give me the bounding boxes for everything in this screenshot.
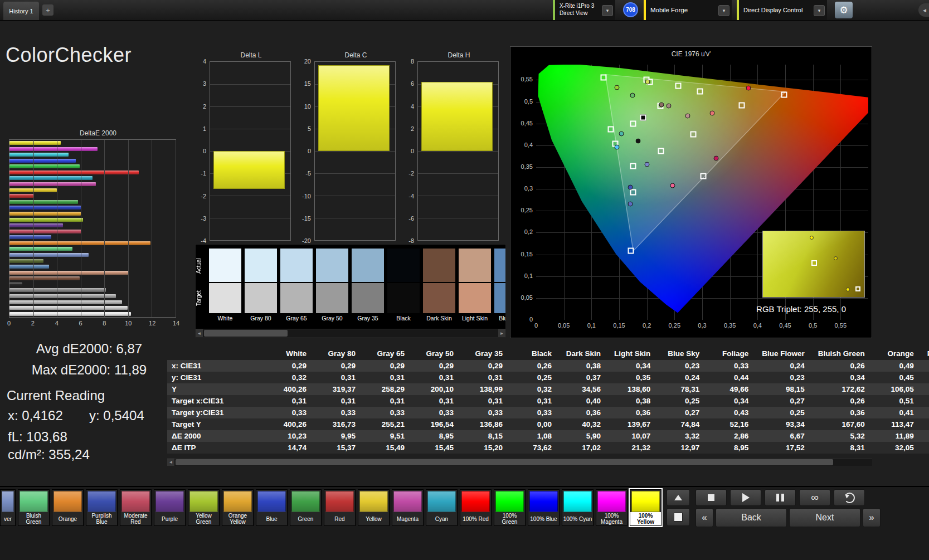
patch-label: Yellow Green <box>188 512 219 525</box>
y-tick: -2 <box>189 193 206 199</box>
patch-button-100-cyan[interactable]: 100% Cyan <box>562 489 594 526</box>
x-tick: 0,55 <box>835 322 847 329</box>
row-label: Target x:CIE31 <box>167 395 264 407</box>
back-button[interactable]: Back <box>716 508 787 527</box>
source-dropdown[interactable]: Mobile Forge ▾ <box>644 0 732 20</box>
current-patch-inset <box>762 231 865 298</box>
scroll-right-icon[interactable]: ► <box>498 329 505 337</box>
inset-dot <box>846 288 850 291</box>
target-marker <box>700 173 706 179</box>
add-tab-button[interactable]: + <box>42 4 53 16</box>
cell: 21,32 <box>607 442 657 454</box>
cell: 0,25 <box>755 407 811 418</box>
target-marker <box>658 148 664 154</box>
patch-button-blue[interactable]: Blue <box>256 489 288 526</box>
play-button[interactable] <box>730 489 761 506</box>
scroll-left-icon[interactable]: ◄ <box>167 459 174 466</box>
measured-marker <box>619 132 624 137</box>
stop-button[interactable] <box>695 489 727 506</box>
patch-button-purplish-blue[interactable]: Purplish Blue <box>86 489 118 526</box>
chevron-down-icon[interactable]: ▾ <box>814 5 825 16</box>
meter-dropdown[interactable]: X-Rite i1Pro 3 Direct View ▾ <box>553 0 615 20</box>
gear-icon[interactable]: ⚙ <box>835 2 853 18</box>
cell: 0,38 <box>607 395 657 407</box>
y-tick: 0,4 <box>524 142 533 148</box>
cell: 0,36 <box>607 407 657 418</box>
deltae-bar-gray-65 <box>9 300 122 304</box>
x-tick: 0,2 <box>643 322 651 329</box>
target-marker <box>690 132 697 138</box>
target-marker <box>697 88 703 94</box>
target-marker <box>630 189 636 196</box>
next-button[interactable]: Next <box>789 508 860 527</box>
y-tick: 3 <box>189 80 206 87</box>
patch-button-yellow[interactable]: Yellow <box>358 489 390 526</box>
patch-button-magenta[interactable]: Magenta <box>392 489 424 526</box>
chevron-down-icon[interactable]: ▾ <box>718 5 729 16</box>
loop-button[interactable] <box>834 489 865 506</box>
cell: 74,84 <box>657 418 706 430</box>
pause-button[interactable] <box>765 489 796 506</box>
table-scrollbar[interactable]: ◄ <box>167 458 872 466</box>
window-pattern-button[interactable] <box>667 508 690 526</box>
cell: 0,00 <box>509 418 558 430</box>
patch-button-green[interactable]: Green <box>290 489 322 526</box>
patch-button-100-yellow[interactable]: 100% Yellow <box>630 489 662 526</box>
swatch-scrollbar[interactable]: ◄ ► <box>196 329 505 337</box>
patch-button-yellow-green[interactable]: Yellow Green <box>188 489 220 526</box>
scrollbar-thumb[interactable] <box>204 330 288 337</box>
meter-status-badge[interactable]: 708 <box>623 2 638 17</box>
x-tick: 0,1 <box>587 322 596 329</box>
patch-button-ver[interactable]: ver <box>0 489 16 526</box>
patch-button-100-magenta[interactable]: 100% Magenta <box>596 489 628 526</box>
scrollbar-thumb[interactable] <box>176 459 833 465</box>
cell: 11,89 <box>872 430 921 442</box>
next-chevron-button[interactable]: » <box>863 508 881 527</box>
gridline <box>57 140 57 317</box>
pattern-dropdown[interactable]: Direct Display Control ▾ <box>737 0 827 20</box>
deltae-bar-black <box>9 283 22 286</box>
patch-button-red[interactable]: Red <box>324 489 356 526</box>
col-gray-65: Gray 65 <box>362 347 411 360</box>
collapse-arrow-icon[interactable]: ◄ <box>918 3 929 17</box>
col-dark-skin: Dark Skin <box>558 347 607 360</box>
target-marker <box>601 75 607 81</box>
patch-button-100-green[interactable]: 100% Green <box>494 489 526 526</box>
patch-button-orange-yellow[interactable]: Orange Yellow <box>222 489 254 526</box>
y-tick: 0,15 <box>521 251 533 257</box>
cell: 0,19 <box>921 407 929 418</box>
back-chevron-button[interactable]: « <box>695 508 713 527</box>
eject-button[interactable] <box>667 489 690 506</box>
patch-swatch <box>189 491 218 512</box>
patch-button-100-blue[interactable]: 100% Blue <box>528 489 560 526</box>
swatch-comparison-strip: Actual Target WhiteGray 80Gray 65Gray 50… <box>195 244 506 338</box>
patch-button-moderate-red[interactable]: Moderate Red <box>120 489 152 526</box>
cell: 18,06 <box>921 442 929 454</box>
delta-h-title: Delta H <box>417 51 500 59</box>
target-swatch <box>209 283 241 313</box>
patch-button-purple[interactable]: Purple <box>154 489 186 526</box>
chevron-down-icon[interactable]: ▾ <box>602 5 613 16</box>
continuous-button[interactable]: ∞ <box>799 489 830 506</box>
cell: 0,33 <box>313 407 362 418</box>
cell: 139,67 <box>607 418 657 430</box>
patch-label: Yellow <box>358 512 389 525</box>
patch-button-cyan[interactable]: Cyan <box>426 489 458 526</box>
deltae-bar-gray-35 <box>9 288 106 292</box>
patch-swatch <box>53 491 82 512</box>
patch-button-100-red[interactable]: 100% Red <box>460 489 492 526</box>
deltaC-bar <box>318 65 390 151</box>
cell: 0,36 <box>811 407 872 418</box>
measured-marker <box>644 162 649 167</box>
cell: 0,31 <box>362 372 411 383</box>
scroll-left-icon[interactable]: ◄ <box>196 329 203 337</box>
target-swatch <box>423 283 455 313</box>
swatch-column-light-skin: Light Skin <box>459 245 491 325</box>
tab-history-1[interactable]: History 1 <box>3 2 39 20</box>
patch-button-orange[interactable]: Orange <box>52 489 84 526</box>
eject-icon <box>674 495 682 500</box>
patch-button-bluish-green[interactable]: Bluish Green <box>18 489 50 526</box>
target-swatch <box>387 283 420 313</box>
col-black: Black <box>509 347 558 360</box>
deltae-bar-moderate-red <box>9 230 81 233</box>
